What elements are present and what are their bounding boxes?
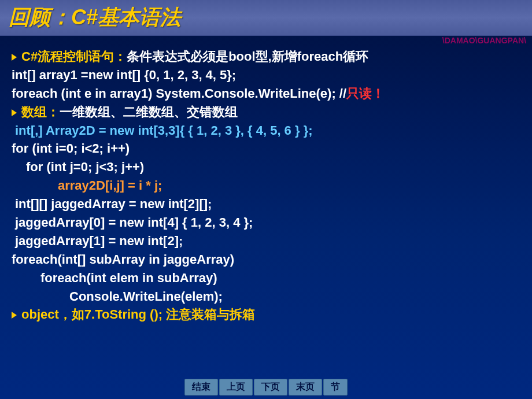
bullet-1-text: 条件表达式必须是bool型,新增foreach循环: [127, 49, 368, 64]
code-line-5: for (int j=0; j<3; j++): [12, 158, 520, 176]
section-button[interactable]: 节: [323, 379, 348, 396]
chevron-icon: [12, 312, 17, 319]
bullet-1-prefix: C#流程控制语句：: [21, 49, 127, 64]
chevron-icon: [12, 109, 17, 116]
next-button[interactable]: 下页: [254, 379, 287, 396]
bullet-3-prefix: object: [21, 307, 59, 322]
bullet-2-text: 一维数组、二维数组、交错数组: [60, 105, 238, 119]
decoration-text: \DAMAO\GUANGPAN\: [442, 36, 526, 45]
nav-bar: 结束 上页 下页 末页 节: [184, 379, 348, 396]
prev-button[interactable]: 上页: [219, 379, 253, 396]
slide-title: 回顾：C#基本语法: [9, 3, 181, 32]
code-line-11: foreach(int elem in subArray): [12, 269, 520, 287]
code-line-8: jaggedArray[0] = new int[4] { 1, 2, 3, 4…: [12, 213, 520, 232]
chevron-icon: [12, 54, 17, 61]
code-line-4: for (int i=0; i<2; i++): [12, 139, 520, 158]
title-bar: 回顾：C#基本语法: [0, 0, 532, 36]
end-button[interactable]: 结束: [184, 379, 218, 396]
code-line-10: foreach(int[] subArray in jaggeArray): [12, 250, 520, 269]
code-line-12: Console.WriteLine(elem);: [12, 287, 520, 306]
bullet-1: C#流程控制语句：条件表达式必须是bool型,新增foreach循环: [12, 47, 520, 66]
code-line-2: foreach (int e in array1) System.Console…: [12, 84, 520, 103]
bullet-3-end: 注意装箱与拆箱: [166, 307, 255, 322]
bullet-3-mid: ，如7.ToString ();: [59, 307, 162, 322]
last-button[interactable]: 末页: [289, 379, 322, 396]
bullet-2-prefix: 数组：: [21, 105, 60, 119]
readonly-warning: 只读！: [346, 86, 385, 101]
code-line-1: int[] array1 =new int[] {0, 1, 2, 3, 4, …: [12, 66, 520, 84]
bullet-2: 数组：一维数组、二维数组、交错数组: [12, 103, 520, 121]
code-line-9: jaggedArray[1] = new int[2];: [12, 232, 520, 250]
code-line-6: array2D[i,j] = i * j;: [12, 176, 520, 195]
code-line-7: int[][] jaggedArray = new int[2][];: [12, 195, 520, 213]
code-line-3: int[,] Array2D = new int[3,3]{ { 1, 2, 3…: [12, 121, 520, 140]
bullet-3: object，如7.ToString (); 注意装箱与拆箱: [12, 305, 520, 324]
slide-content: C#流程控制语句：条件表达式必须是bool型,新增foreach循环 int[]…: [0, 36, 532, 324]
